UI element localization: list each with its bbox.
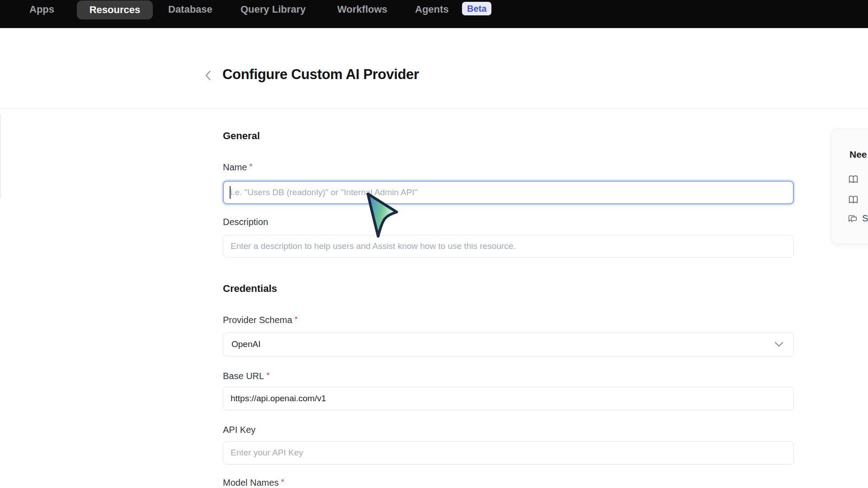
- nav-tab-workflows[interactable]: Workflows: [337, 4, 387, 15]
- section-heading-general: General: [223, 130, 260, 142]
- help-link-docs-2[interactable]: [848, 195, 863, 205]
- text-caret: [230, 186, 231, 199]
- nav-tab-resources[interactable]: Resources: [77, 0, 153, 19]
- beta-badge: Beta: [462, 2, 491, 15]
- help-link-docs-1[interactable]: [848, 174, 863, 184]
- section-heading-credentials: Credentials: [223, 283, 277, 295]
- api-key-field-wrapper: [223, 441, 794, 465]
- help-link-label: S: [862, 213, 868, 224]
- app-screen: Apps Resources Database Query Library Wo…: [0, 0, 868, 488]
- nav-tab-database[interactable]: Database: [168, 4, 212, 15]
- name-label: Name*: [223, 162, 253, 173]
- chevron-left-icon: [203, 69, 213, 82]
- base-url-field-wrapper: [223, 387, 794, 410]
- book-icon: [848, 195, 859, 205]
- left-panel-edge: [0, 114, 1, 198]
- description-field-wrapper: [223, 235, 794, 258]
- page-title: Configure Custom AI Provider: [222, 66, 419, 83]
- required-marker: *: [281, 477, 284, 487]
- base-url-label-text: Base URL: [223, 371, 264, 381]
- provider-schema-select[interactable]: OpenAI: [223, 332, 794, 357]
- required-marker: *: [294, 314, 297, 324]
- required-marker: *: [266, 371, 269, 380]
- provider-schema-value: OpenAI: [231, 339, 260, 349]
- api-key-input[interactable]: [223, 441, 794, 465]
- book-icon: [848, 174, 859, 184]
- name-input[interactable]: [223, 181, 794, 204]
- description-label: Description: [223, 217, 268, 227]
- base-url-input[interactable]: [223, 387, 794, 410]
- provider-schema-label: Provider Schema*: [223, 314, 298, 325]
- top-navbar: Apps Resources Database Query Library Wo…: [0, 0, 868, 28]
- back-button[interactable]: [203, 69, 213, 82]
- name-field-wrapper: [223, 181, 794, 204]
- model-names-label-text: Model Names: [223, 478, 278, 488]
- provider-schema-label-text: Provider Schema: [223, 315, 292, 325]
- chevron-down-icon: [774, 341, 784, 348]
- help-link-support[interactable]: S: [848, 213, 868, 224]
- model-names-label: Model Names*: [223, 477, 284, 488]
- nav-tab-query-library[interactable]: Query Library: [241, 4, 306, 15]
- api-key-label: API Key: [223, 425, 255, 435]
- name-label-text: Name: [223, 162, 247, 172]
- chat-icon: [848, 214, 858, 223]
- base-url-label: Base URL*: [223, 371, 270, 381]
- required-marker: *: [249, 162, 252, 171]
- header-divider: [0, 108, 868, 109]
- nav-tab-apps[interactable]: Apps: [29, 4, 54, 15]
- nav-tab-agents[interactable]: Agents: [415, 4, 449, 15]
- help-panel: Nee S: [831, 129, 868, 244]
- help-panel-heading: Nee: [849, 149, 867, 160]
- description-input[interactable]: [223, 235, 794, 258]
